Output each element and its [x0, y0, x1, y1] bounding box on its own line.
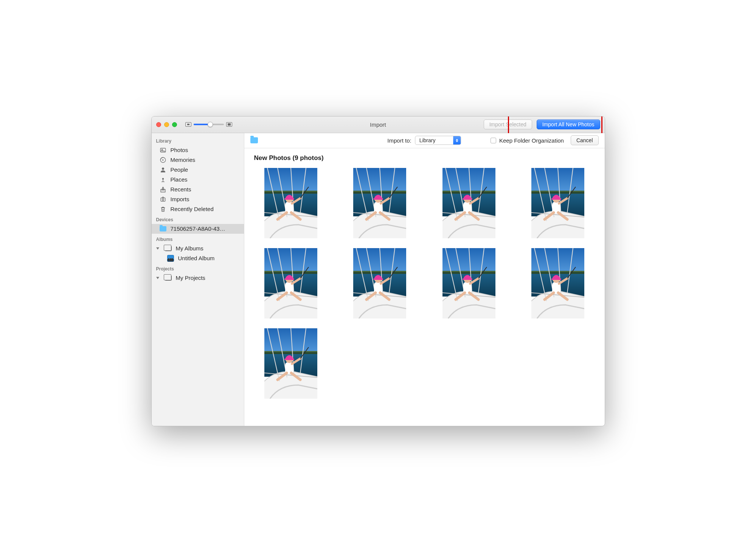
sidebar-item-untitled-album[interactable]: Untitled Album: [152, 253, 244, 263]
import-options-bar: Import to: Library Keep Folder Organizat…: [244, 133, 605, 148]
sidebar-item-label: My Projects: [176, 275, 239, 281]
keep-folder-organization-label: Keep Folder Organization: [499, 137, 564, 144]
sidebar-item-recently-deleted[interactable]: Recently Deleted: [152, 204, 244, 214]
checkbox-icon: [491, 138, 496, 143]
disclosure-triangle-icon[interactable]: [156, 247, 159, 250]
album-thumbnail-icon: [167, 255, 174, 262]
window-title: Import: [370, 121, 386, 128]
cancel-button[interactable]: Cancel: [571, 135, 599, 145]
sidebar-item-recents[interactable]: Recents: [152, 185, 244, 194]
folder-icon: [250, 137, 258, 144]
sidebar-header-albums: Albums: [152, 234, 244, 244]
import-to-select[interactable]: Library: [415, 136, 461, 145]
places-icon: [159, 176, 167, 183]
photo-thumbnail[interactable]: [264, 328, 317, 399]
memories-icon: [159, 157, 167, 163]
sidebar-item-people[interactable]: People: [152, 165, 244, 175]
import-to-label: Import to:: [387, 137, 411, 144]
keep-folder-organization-checkbox[interactable]: Keep Folder Organization: [491, 137, 564, 144]
svg-point-6: [162, 199, 164, 200]
photo-grid: [252, 168, 597, 399]
svg-point-3: [162, 168, 164, 170]
photo-thumbnail[interactable]: [353, 248, 406, 318]
photo-thumbnail[interactable]: [264, 168, 317, 238]
thumbnail-size-slider[interactable]: [194, 124, 224, 125]
sidebar: Library Photos Memories People: [152, 133, 244, 426]
sidebar-header-library: Library: [152, 135, 244, 145]
sidebar-item-label: Recents: [171, 186, 239, 193]
sidebar-item-label: Memories: [171, 157, 239, 163]
sidebar-item-label: My Albums: [176, 245, 239, 252]
photo-thumbnail[interactable]: [353, 168, 406, 238]
sidebar-item-my-projects[interactable]: My Projects: [152, 273, 244, 283]
window-controls: [156, 122, 177, 127]
import-to-group: Import to: Library: [387, 136, 461, 145]
main-content: New Photos (9 photos): [244, 148, 605, 426]
sidebar-item-imports[interactable]: Imports: [152, 194, 244, 204]
thumbnail-size-min-icon[interactable]: [185, 122, 191, 127]
sidebar-item-photos[interactable]: Photos: [152, 145, 244, 155]
sidebar-header-projects: Projects: [152, 263, 244, 273]
import-selected-button[interactable]: Import Selected: [484, 120, 532, 129]
section-title: New Photos (9 photos): [254, 154, 597, 162]
photo-thumbnail[interactable]: [531, 168, 584, 238]
imports-icon: [159, 196, 167, 203]
sidebar-item-label: Imports: [171, 196, 239, 202]
photo-thumbnail[interactable]: [531, 248, 584, 318]
sidebar-item-label: Recently Deleted: [171, 206, 239, 212]
people-icon: [159, 166, 167, 173]
svg-rect-5: [161, 198, 165, 201]
sidebar-item-memories[interactable]: Memories: [152, 155, 244, 165]
folder-icon: [159, 225, 167, 232]
app-window: Import Import Selected Import All New Ph…: [151, 116, 605, 426]
titlebar: Import Import Selected Import All New Ph…: [152, 116, 605, 133]
sidebar-item-label: Places: [171, 176, 239, 183]
select-stepper-icon: [453, 136, 461, 144]
photo-thumbnail[interactable]: [264, 248, 317, 318]
sidebar-item-label: People: [171, 166, 239, 173]
zoom-window-button[interactable]: [172, 122, 177, 127]
project-stack-icon: [165, 275, 172, 281]
import-to-value: Library: [416, 137, 453, 143]
minimize-window-button[interactable]: [164, 122, 169, 127]
sidebar-item-label: Photos: [171, 147, 239, 153]
sidebar-item-places[interactable]: Places: [152, 175, 244, 185]
sidebar-item-label: Untitled Album: [178, 255, 239, 261]
window-body: Library Photos Memories People: [152, 133, 605, 426]
sidebar-item-label: 71506257-A8A0-43…: [171, 225, 239, 232]
sidebar-header-devices: Devices: [152, 214, 244, 224]
photo-thumbnail[interactable]: [442, 248, 495, 318]
svg-point-4: [162, 178, 164, 180]
thumbnail-size-slider-group: [185, 122, 232, 127]
sidebar-item-device[interactable]: 71506257-A8A0-43…: [152, 224, 244, 234]
photo-thumbnail[interactable]: [442, 168, 495, 238]
close-window-button[interactable]: [156, 122, 161, 127]
recents-icon: [159, 186, 167, 193]
disclosure-triangle-icon[interactable]: [156, 277, 159, 279]
album-stack-icon: [165, 245, 172, 252]
import-all-new-photos-button[interactable]: Import All New Photos: [537, 120, 600, 129]
trash-icon: [159, 206, 167, 213]
photos-icon: [159, 147, 167, 154]
thumbnail-size-max-icon[interactable]: [226, 122, 232, 127]
sidebar-item-my-albums[interactable]: My Albums: [152, 244, 244, 253]
slider-thumb[interactable]: [208, 122, 213, 127]
